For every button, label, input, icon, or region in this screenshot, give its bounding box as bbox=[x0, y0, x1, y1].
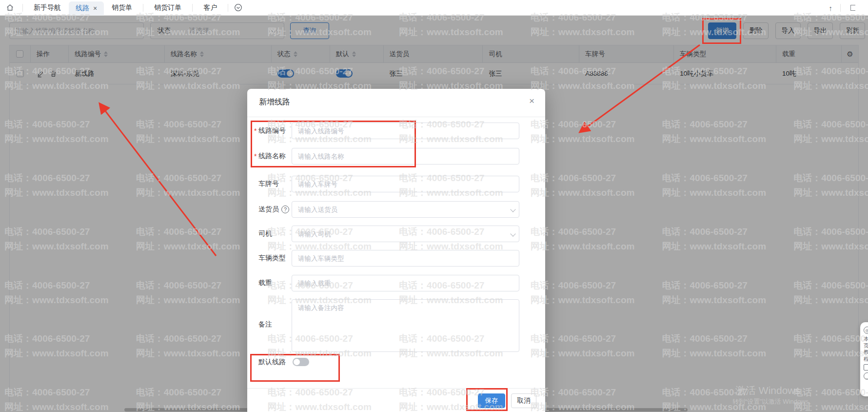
field-deliverer: 送货员 ? bbox=[247, 201, 545, 218]
modal-header: 新增线路 × bbox=[247, 89, 545, 117]
save-button[interactable]: 保存 bbox=[478, 393, 505, 408]
field-label: 线路编号 bbox=[258, 123, 286, 139]
field-label: 车牌号 bbox=[258, 176, 279, 192]
tab-routes[interactable]: 线路 × bbox=[69, 1, 104, 16]
vehicle-type-input[interactable] bbox=[292, 250, 519, 267]
nav-item-sales-order[interactable]: 销货单 bbox=[104, 0, 140, 15]
plate-no-input[interactable] bbox=[292, 176, 519, 192]
field-route-code: * 线路编号 bbox=[247, 123, 545, 139]
field-load: 载重 bbox=[247, 275, 545, 291]
divider bbox=[22, 4, 23, 12]
modal-title: 新增线路 bbox=[259, 97, 290, 107]
top-nav: 新手导航 线路 × 销货单 销货订单 客户 ↑ bbox=[0, 0, 868, 16]
field-driver: 司机 bbox=[247, 226, 545, 242]
help-icon[interactable]: ? bbox=[281, 206, 289, 213]
required-asterisk: * bbox=[254, 127, 256, 135]
tab-close-icon[interactable]: × bbox=[93, 4, 97, 12]
deliverer-select[interactable] bbox=[292, 201, 519, 218]
default-route-label: 默认线路 bbox=[258, 357, 286, 367]
nav-item-sales-order-list[interactable]: 销货订单 bbox=[146, 0, 189, 15]
driver-select[interactable] bbox=[292, 226, 519, 242]
modal-close-icon[interactable]: × bbox=[529, 96, 534, 106]
field-label: 送货员 ? bbox=[258, 201, 289, 218]
field-plate-no: 车牌号 bbox=[247, 176, 545, 192]
doc-icon[interactable] bbox=[864, 364, 868, 371]
collapse-up-icon[interactable]: ↑ bbox=[829, 4, 833, 12]
nav-item-guide[interactable]: 新手导航 bbox=[26, 0, 69, 15]
field-label: 线路名称 bbox=[258, 148, 286, 165]
field-remark: 备注 bbox=[247, 299, 545, 352]
app-screen: 新手导航 线路 × 销货单 销货订单 客户 ↑ 状态 请选择 查询 新增 删除 … bbox=[0, 0, 868, 412]
field-vehicle-type: 车辆类型 bbox=[247, 250, 545, 267]
help-widget-vertical-label: 本页教程 bbox=[864, 336, 868, 362]
remark-textarea[interactable] bbox=[292, 299, 519, 352]
add-route-modal: 新增线路 × * 线路编号 * 线路名称 车牌号 送货员 ? 司机 bbox=[247, 89, 545, 412]
nav-item-customers[interactable]: 客户 bbox=[196, 0, 225, 15]
modal-footer-divider bbox=[247, 388, 545, 389]
tab-list-dropdown-icon[interactable] bbox=[234, 3, 242, 12]
feedback-icon[interactable]: ‿ bbox=[864, 372, 868, 380]
field-label: 备注 bbox=[258, 320, 272, 330]
home-icon[interactable] bbox=[0, 3, 20, 12]
route-code-input[interactable] bbox=[292, 123, 519, 139]
required-asterisk: * bbox=[254, 152, 256, 160]
divider bbox=[228, 4, 228, 12]
field-route-name: * 线路名称 bbox=[247, 148, 545, 165]
help-floating-widget[interactable]: ◎ 本页教程 ‿ bbox=[860, 322, 868, 396]
load-input[interactable] bbox=[292, 275, 519, 291]
layout-icon[interactable] bbox=[850, 5, 855, 11]
default-route-toggle[interactable] bbox=[293, 358, 309, 366]
field-label-text: 送货员 bbox=[258, 205, 279, 214]
field-default-route: 默认线路 bbox=[247, 357, 545, 367]
route-name-input[interactable] bbox=[292, 148, 519, 165]
support-icon[interactable]: ◎ bbox=[864, 327, 868, 334]
divider bbox=[192, 4, 193, 12]
field-label: 司机 bbox=[258, 226, 272, 242]
field-label: 载重 bbox=[258, 275, 272, 291]
cancel-button[interactable]: 取消 bbox=[511, 393, 536, 408]
divider bbox=[840, 4, 841, 12]
tab-routes-label: 线路 bbox=[76, 4, 89, 13]
field-label: 车辆类型 bbox=[258, 250, 286, 267]
divider bbox=[143, 4, 143, 12]
nav-right-tools: ↑ bbox=[829, 0, 856, 16]
